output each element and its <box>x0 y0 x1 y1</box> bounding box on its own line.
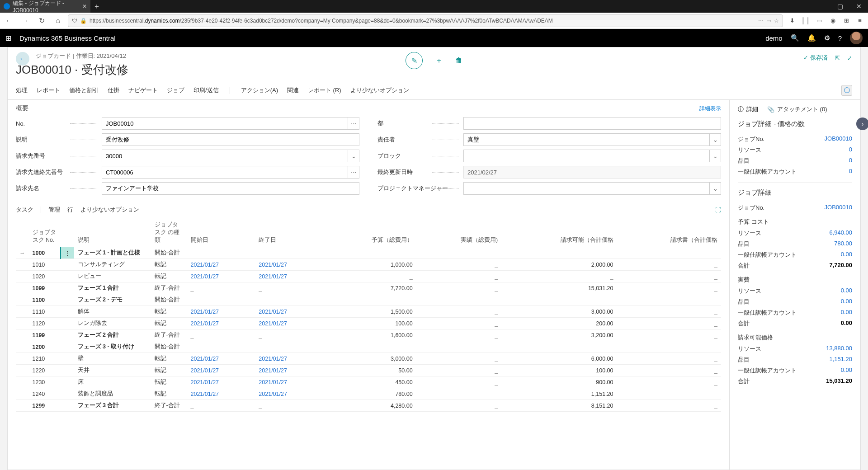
fb-value[interactable]: 13,880.00 <box>826 345 852 353</box>
chevron-down-icon[interactable]: ⌄ <box>710 150 721 162</box>
table-cell[interactable]: _ <box>501 341 617 353</box>
table-cell[interactable]: 床 <box>74 376 151 388</box>
collapse-icon[interactable]: ⤢ <box>847 55 852 61</box>
fb-value[interactable]: 780.00 <box>834 240 852 248</box>
table-cell[interactable]: 2021/01/27 <box>255 365 323 376</box>
table-row[interactable]: →1000⋮フェーズ 1 - 計画と仕様開始-合計______ <box>16 247 721 259</box>
row-selector[interactable] <box>16 400 29 412</box>
row-more-icon[interactable] <box>61 353 74 365</box>
col-desc[interactable]: 説明 <box>74 218 151 247</box>
table-cell[interactable]: 1110 <box>29 306 61 318</box>
table-cell[interactable]: 1099 <box>29 282 61 294</box>
table-cell[interactable]: フェーズ 1 - 計画と仕様 <box>74 247 151 259</box>
row-selector[interactable] <box>16 318 29 329</box>
row-selector[interactable] <box>16 294 29 306</box>
table-cell[interactable]: 2021/01/27 <box>255 259 323 271</box>
table-cell[interactable]: _ <box>323 341 416 353</box>
table-cell[interactable]: 2021/01/27 <box>187 271 255 282</box>
user-name[interactable]: demo <box>765 34 783 42</box>
fb-value[interactable]: 0 <box>849 157 852 165</box>
row-more-icon[interactable] <box>61 341 74 353</box>
table-cell[interactable]: _ <box>617 271 721 282</box>
row-more-icon[interactable] <box>61 294 74 306</box>
row-more-icon[interactable] <box>61 400 74 412</box>
table-cell[interactable]: _ <box>617 388 721 400</box>
row-more-icon[interactable] <box>61 259 74 271</box>
table-cell[interactable]: 200.00 <box>501 318 617 329</box>
table-cell[interactable]: 転記 <box>151 259 187 271</box>
field-responsible[interactable] <box>463 133 710 146</box>
field-block[interactable] <box>463 150 710 162</box>
table-cell[interactable]: 900.00 <box>501 376 617 388</box>
table-cell[interactable]: _ <box>416 376 502 388</box>
table-cell[interactable]: _ <box>617 282 721 294</box>
table-cell[interactable]: 1200 <box>29 341 61 353</box>
reader-icon[interactable]: ▭ <box>766 18 771 24</box>
table-cell[interactable]: _ <box>255 282 323 294</box>
table-cell[interactable]: 4,280.00 <box>323 400 416 412</box>
table-cell[interactable]: 転記 <box>151 318 187 329</box>
field-billname[interactable] <box>102 182 359 195</box>
table-cell[interactable]: _ <box>416 341 502 353</box>
row-selector[interactable] <box>16 282 29 294</box>
table-cell[interactable]: _ <box>416 247 502 259</box>
table-cell[interactable]: 転記 <box>151 376 187 388</box>
action-actions[interactable]: アクション(A) <box>241 86 278 94</box>
table-cell[interactable]: 2021/01/27 <box>255 271 323 282</box>
fb-value[interactable]: 0.00 <box>841 309 852 317</box>
help-icon[interactable]: ? <box>838 34 842 42</box>
col-invoice[interactable]: 請求書（合計価格 <box>617 218 721 247</box>
table-cell[interactable]: 1010 <box>29 259 61 271</box>
table-row[interactable]: 1299フェーズ 3 合計終了-合計__4,280.00_8,151.20_ <box>16 400 721 412</box>
table-cell[interactable]: 天井 <box>74 365 151 376</box>
table-cell[interactable]: _ <box>323 294 416 306</box>
fb-value[interactable]: 0 <box>849 168 852 176</box>
table-cell[interactable]: 終了-合計 <box>151 282 187 294</box>
table-row[interactable]: 1010コンサルティング転記2021/01/272021/01/271,000.… <box>16 259 721 271</box>
table-cell[interactable]: 終了-合計 <box>151 329 187 341</box>
table-cell[interactable]: レンガ除去 <box>74 318 151 329</box>
table-row[interactable]: 1110解体転記2021/01/272021/01/271,500.00_3,0… <box>16 306 721 318</box>
field-city[interactable] <box>463 117 721 130</box>
new-tab-button[interactable]: ＋ <box>93 2 100 11</box>
fb-value[interactable]: JOB00010 <box>825 135 852 143</box>
table-cell[interactable]: フェーズ 1 合計 <box>74 282 151 294</box>
extension-icon[interactable]: ⊞ <box>841 15 852 26</box>
table-cell[interactable]: _ <box>617 376 721 388</box>
tasks-line[interactable]: 行 <box>67 206 73 214</box>
table-row[interactable]: 1230床転記2021/01/272021/01/27450.00_900.00… <box>16 376 721 388</box>
url-bar[interactable]: 🛡 🔒 https://businesscentral.dynamics.com… <box>68 14 783 27</box>
notification-icon[interactable]: 🔔 <box>807 34 816 42</box>
table-cell[interactable]: 開始-合計 <box>151 247 187 259</box>
table-cell[interactable]: 15,031.20 <box>501 282 617 294</box>
table-row[interactable]: 1100フェーズ 2 - デモ開始-合計______ <box>16 294 721 306</box>
table-cell[interactable]: フェーズ 2 - デモ <box>74 294 151 306</box>
table-cell[interactable]: _ <box>416 388 502 400</box>
app-launcher-icon[interactable]: ⊞ <box>5 34 11 42</box>
tab-details[interactable]: ⓘ 詳細 <box>738 105 758 113</box>
table-cell[interactable]: 転記 <box>151 306 187 318</box>
table-cell[interactable]: _ <box>255 341 323 353</box>
table-cell[interactable]: _ <box>323 271 416 282</box>
fb-value[interactable]: 0.00 <box>841 367 852 375</box>
table-cell[interactable]: _ <box>416 282 502 294</box>
forward-icon[interactable]: → <box>19 14 32 27</box>
table-cell[interactable]: _ <box>416 294 502 306</box>
avatar[interactable] <box>850 32 863 44</box>
table-cell[interactable]: 転記 <box>151 353 187 365</box>
table-cell[interactable]: 2021/01/27 <box>187 259 255 271</box>
col-billable[interactable]: 請求可能（合計価格 <box>501 218 617 247</box>
table-cell[interactable]: フェーズ 3 - 取り付け <box>74 341 151 353</box>
info-icon[interactable]: ⓘ <box>841 85 852 96</box>
table-cell[interactable]: 3,200.00 <box>501 329 617 341</box>
table-cell[interactable]: 1240 <box>29 388 61 400</box>
table-cell[interactable]: _ <box>187 282 255 294</box>
table-cell[interactable]: _ <box>501 294 617 306</box>
table-cell[interactable]: _ <box>617 247 721 259</box>
chevron-down-icon[interactable]: ⌄ <box>710 133 721 146</box>
table-cell[interactable]: _ <box>255 329 323 341</box>
bookmark-icon[interactable]: ☆ <box>774 18 779 24</box>
table-cell[interactable]: 1100 <box>29 294 61 306</box>
row-selector[interactable] <box>16 376 29 388</box>
gear-icon[interactable]: ⚙ <box>824 34 830 42</box>
